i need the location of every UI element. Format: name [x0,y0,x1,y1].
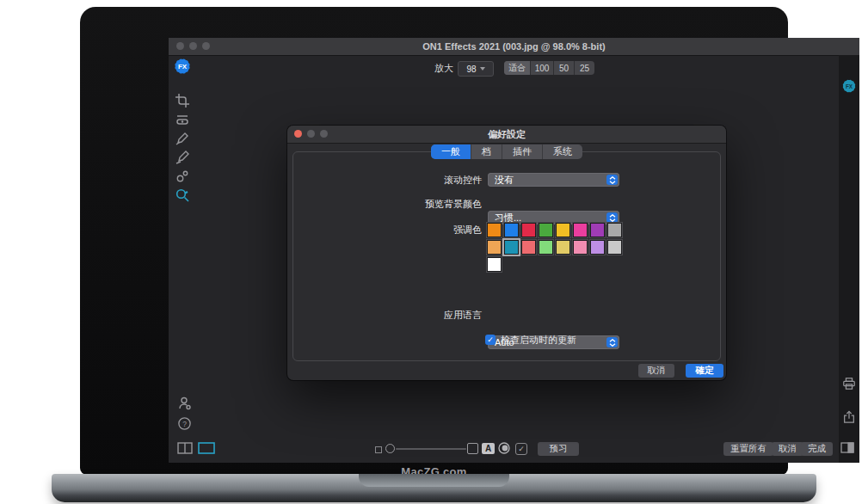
dialog-close-button[interactable] [294,130,302,138]
preferences-dialog: 偏好設定 一般 档 插件 系统 滚动控件 没有 预览背景颜色 [287,126,726,380]
close-window-button[interactable] [176,42,184,50]
accent-swatch[interactable] [573,240,588,255]
fx-logo: FX [173,57,192,76]
cancel-button[interactable]: 取消 [772,442,803,456]
app-title: ON1 Effects 2021 (003.jpg @ 98.0% 8-bit) [169,38,859,55]
soft-proof-icon[interactable] [498,442,510,454]
tab-general[interactable]: 一般 [431,144,471,159]
accent-swatch[interactable] [573,223,588,237]
dialog-title: 偏好設定 [287,126,726,143]
tab-files[interactable]: 档 [471,144,502,159]
clone-stamp-tool[interactable] [175,169,190,184]
dialog-cancel-button[interactable]: 取消 [638,364,674,378]
preview-size-icon [375,446,382,453]
dialog-minimize-button [307,130,315,138]
dialog-ok-button[interactable]: 確定 [686,364,723,378]
laptop-base-notch [359,474,509,487]
mask-view-icon[interactable]: ✓ [515,443,527,455]
accent-swatch[interactable] [556,240,570,255]
original-toggle-icon[interactable] [467,443,478,454]
preview-bg-label: 预览背景颜色 [344,197,482,211]
account-icon[interactable] [177,396,193,411]
zoom-100-button[interactable]: 100 [530,61,553,75]
accent-swatch[interactable] [521,223,536,237]
text-tool[interactable] [175,112,190,127]
check-updates-label: 检查启动时的更新 [501,335,576,346]
crop-tool[interactable] [175,93,190,108]
view-tool[interactable] [175,187,190,203]
dialog-zoom-button [320,130,328,138]
zoom-50-button[interactable]: 50 [553,61,574,75]
reset-all-button[interactable]: 重置所有 [723,442,773,456]
stepper-icon [606,175,618,185]
zoom-window-button[interactable] [202,42,210,50]
dialog-tabs: 一般 档 插件 系统 [431,144,582,159]
done-button[interactable]: 完成 [801,442,833,456]
zoom-label: 放大 [434,61,453,75]
window-controls [176,42,210,50]
compare-view-icon[interactable] [177,442,193,454]
tab-system[interactable]: 系统 [542,144,582,159]
svg-text:FX: FX [846,83,853,89]
accent-swatch[interactable] [504,240,519,255]
laptop-mockup: ON1 Effects 2021 (003.jpg @ 98.0% 8-bit)… [0,0,868,504]
preview-zoom-slider-knob[interactable] [385,444,395,453]
accent-swatch[interactable] [607,223,622,237]
scroll-control-label: 滚动控件 [344,173,482,187]
annotate-icon[interactable]: A [482,443,495,454]
laptop-lid: ON1 Effects 2021 (003.jpg @ 98.0% 8-bit)… [80,7,788,475]
minimize-window-button[interactable] [189,42,197,50]
right-panel-strip [839,55,859,463]
stepper-icon [606,337,618,347]
scroll-control-select[interactable]: 没有 [488,173,619,187]
preview-button[interactable]: 预习 [538,442,579,456]
zoom-value: 98 [466,65,476,74]
accent-swatch[interactable] [487,257,502,272]
accent-swatch[interactable] [521,240,536,255]
dialog-titlebar: 偏好設定 [287,126,726,144]
tab-plugins[interactable]: 插件 [502,144,542,159]
app-titlebar: ON1 Effects 2021 (003.jpg @ 98.0% 8-bit) [169,38,859,56]
accent-swatch[interactable] [539,240,553,255]
fit-segmented-control: 适合 100 50 25 [504,61,594,75]
stepper-icon [606,212,618,223]
accent-swatch[interactable] [556,223,570,237]
masking-brush-tool[interactable] [175,131,190,146]
panel-toggle-icon[interactable] [840,442,854,453]
accent-swatch[interactable] [539,223,553,237]
accent-swatch[interactable] [487,223,502,237]
fit-button[interactable]: 适合 [504,61,530,75]
accent-swatch[interactable] [504,223,519,237]
scroll-control-value: 没有 [495,174,514,187]
app-window: ON1 Effects 2021 (003.jpg @ 98.0% 8-bit)… [169,38,859,463]
chevron-down-icon [480,67,485,71]
zoom-25-button[interactable]: 25 [574,61,594,75]
accent-swatch[interactable] [607,240,622,255]
dialog-window-controls [294,130,328,138]
accent-swatch[interactable] [590,240,605,255]
perfecting-brush-tool[interactable] [175,150,190,165]
accent-color-label: 强调色 [344,223,482,237]
accent-swatch-grid [487,223,622,274]
export-icon[interactable] [842,410,856,424]
help-icon[interactable]: ? [177,416,192,431]
check-updates-checkbox[interactable]: ✓ [485,335,496,345]
svg-text:?: ? [182,420,187,428]
single-view-icon[interactable] [198,442,215,454]
accent-swatch[interactable] [487,240,502,255]
effects-gear-icon[interactable]: FX [840,77,858,98]
accent-swatch[interactable] [590,223,605,237]
preview-zoom-slider[interactable] [396,448,466,450]
zoom-select[interactable]: 98 [458,61,494,77]
print-icon[interactable] [842,377,856,390]
language-label: 应用语言 [344,308,482,322]
svg-text:FX: FX [178,63,188,71]
